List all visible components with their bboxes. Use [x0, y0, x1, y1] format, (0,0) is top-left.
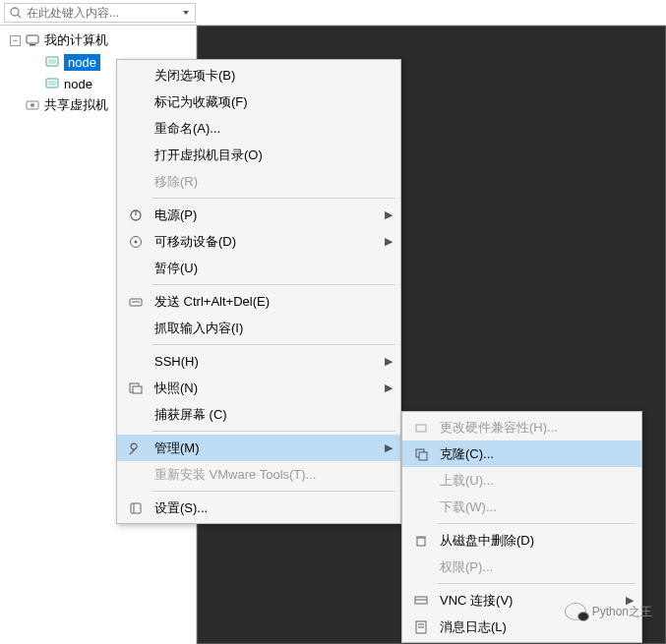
- menu-close-tab[interactable]: 关闭选项卡(B): [117, 62, 400, 88]
- svg-rect-23: [417, 538, 425, 546]
- menu-remove: 移除(R): [117, 168, 400, 195]
- submenu-upload: 上载(U)...: [402, 467, 641, 494]
- menu-reinstall-tools: 重新安装 VMware Tools(T)...: [117, 461, 400, 488]
- menu-separator: [152, 198, 394, 199]
- menu-capture-screen[interactable]: 捕获屏幕 (C): [117, 401, 400, 428]
- dropdown-icon[interactable]: [181, 8, 191, 18]
- settings-icon: [123, 500, 149, 516]
- menu-rename[interactable]: 重命名(A)...: [117, 115, 400, 142]
- search-input[interactable]: [27, 6, 181, 20]
- search-icon: [9, 6, 23, 20]
- chevron-right-icon: ▶: [381, 441, 393, 454]
- wrench-icon: [123, 440, 149, 456]
- chevron-right-icon: ▶: [381, 355, 393, 368]
- delete-icon: [408, 533, 434, 549]
- menu-separator: [152, 284, 394, 285]
- menu-snapshot[interactable]: 快照(N)▶: [117, 375, 400, 401]
- svg-rect-22: [419, 452, 427, 460]
- clone-icon: [408, 446, 434, 462]
- menu-removable-devices[interactable]: 可移动设备(D)▶: [117, 228, 400, 255]
- svg-rect-18: [131, 503, 141, 513]
- svg-rect-2: [27, 35, 38, 43]
- search-box[interactable]: [4, 3, 196, 23]
- vm-icon: [44, 54, 60, 70]
- watermark: Python之王: [565, 603, 652, 620]
- svg-rect-20: [416, 425, 426, 432]
- power-icon: [123, 207, 149, 223]
- svg-rect-3: [30, 44, 35, 46]
- svg-rect-7: [48, 81, 56, 86]
- log-icon: [408, 619, 434, 635]
- menu-separator: [438, 583, 636, 584]
- chevron-right-icon: ▶: [381, 208, 393, 221]
- svg-point-13: [135, 240, 138, 243]
- chevron-right-icon: ▶: [381, 381, 393, 394]
- svg-rect-17: [133, 386, 142, 393]
- svg-point-9: [30, 103, 34, 107]
- submenu-download: 下载(W)...: [402, 494, 641, 520]
- top-bar: [0, 0, 666, 26]
- submenu-clone[interactable]: 克隆(C)...: [402, 440, 641, 467]
- tree-label: 共享虚拟机: [44, 96, 108, 114]
- submenu-change-hw: 更改硬件兼容性(H)...: [402, 414, 641, 440]
- watermark-text: Python之王: [592, 604, 652, 620]
- menu-separator: [152, 431, 394, 432]
- menu-pause[interactable]: 暂停(U): [117, 255, 400, 281]
- keyboard-icon: [123, 294, 149, 310]
- menu-separator: [152, 491, 394, 492]
- menu-send-cad[interactable]: 发送 Ctrl+Alt+Del(E): [117, 288, 400, 315]
- svg-point-0: [11, 8, 19, 16]
- vm-icon: [44, 76, 60, 91]
- chevron-right-icon: ▶: [381, 235, 393, 248]
- tree-label: 我的计算机: [44, 31, 108, 49]
- menu-open-vm-dir[interactable]: 打开虚拟机目录(O): [117, 142, 400, 168]
- menu-settings[interactable]: 设置(S)...: [117, 495, 400, 521]
- menu-ssh[interactable]: SSH(H)▶: [117, 348, 400, 375]
- shared-icon: [25, 97, 40, 113]
- snapshot-icon: [123, 381, 149, 396]
- svg-rect-5: [48, 59, 56, 64]
- wechat-icon: [565, 603, 586, 620]
- menu-mark-favorite[interactable]: 标记为收藏项(F): [117, 88, 400, 115]
- collapse-icon[interactable]: −: [10, 35, 21, 46]
- tree-label: node: [64, 77, 92, 91]
- menu-separator: [152, 344, 394, 345]
- submenu-delete-disk[interactable]: 从磁盘中删除(D): [402, 527, 641, 554]
- tree-root[interactable]: − 我的计算机: [8, 29, 196, 51]
- disc-icon: [123, 234, 149, 250]
- menu-power[interactable]: 电源(P)▶: [117, 202, 400, 228]
- vnc-icon: [408, 593, 434, 609]
- svg-line-1: [18, 15, 21, 18]
- menu-grab-input[interactable]: 抓取输入内容(I): [117, 315, 400, 341]
- menu-separator: [438, 523, 636, 524]
- context-menu: 关闭选项卡(B) 标记为收藏项(F) 重命名(A)... 打开虚拟机目录(O) …: [116, 59, 401, 524]
- computer-icon: [25, 32, 40, 48]
- submenu-permissions: 权限(P)...: [402, 554, 641, 580]
- tree-label: node: [64, 54, 100, 71]
- hardware-icon: [408, 420, 434, 436]
- menu-manage[interactable]: 管理(M)▶: [117, 435, 400, 461]
